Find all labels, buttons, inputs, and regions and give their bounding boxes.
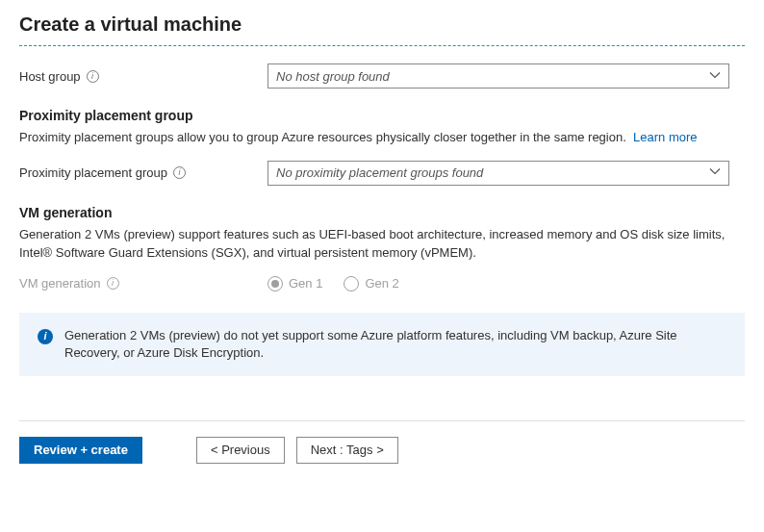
radio-circle-icon [344, 276, 359, 291]
host-group-select[interactable]: No host group found [267, 63, 729, 89]
host-group-value: No host group found [276, 69, 390, 84]
proximity-heading: Proximity placement group [19, 108, 745, 123]
chevron-down-icon [709, 165, 721, 180]
proximity-select[interactable]: No proximity placement groups found [267, 161, 729, 186]
divider-dashed [19, 45, 745, 46]
radio-gen1[interactable]: Gen 1 [267, 276, 322, 291]
review-create-button[interactable]: Review + create [19, 437, 142, 464]
next-button[interactable]: Next : Tags > [296, 437, 398, 464]
info-icon[interactable]: i [87, 70, 99, 83]
proximity-value: No proximity placement groups found [276, 165, 483, 180]
radio-gen2-label: Gen 2 [365, 276, 398, 291]
radio-gen2[interactable]: Gen 2 [344, 276, 398, 291]
host-group-row: Host group i No host group found [19, 63, 745, 89]
vm-generation-heading: VM generation [19, 205, 745, 220]
info-notice: i Generation 2 VMs (preview) do not yet … [19, 313, 745, 376]
vm-generation-description: Generation 2 VMs (preview) support featu… [19, 226, 745, 263]
vm-generation-field-label: VM generation [19, 276, 101, 291]
info-notice-text: Generation 2 VMs (preview) do not yet su… [64, 327, 726, 362]
chevron-down-icon [709, 69, 721, 84]
proximity-field-label: Proximity placement group [19, 165, 167, 180]
page-title: Create a virtual machine [19, 10, 745, 45]
previous-button[interactable]: < Previous [196, 437, 285, 464]
wizard-footer: Review + create < Previous Next : Tags > [19, 420, 745, 464]
proximity-row: Proximity placement group i No proximity… [19, 161, 745, 186]
vm-generation-radio-group: Gen 1 Gen 2 [267, 276, 729, 291]
info-icon: i [38, 329, 53, 344]
learn-more-link[interactable]: Learn more [633, 130, 697, 144]
proximity-description: Proximity placement groups allow you to … [19, 129, 745, 147]
radio-gen1-label: Gen 1 [289, 276, 322, 291]
info-icon[interactable]: i [173, 166, 186, 179]
host-group-label: Host group [19, 69, 81, 84]
info-icon[interactable]: i [107, 277, 119, 290]
radio-circle-icon [267, 276, 283, 291]
vm-generation-row: VM generation i Gen 1 Gen 2 [19, 276, 745, 291]
